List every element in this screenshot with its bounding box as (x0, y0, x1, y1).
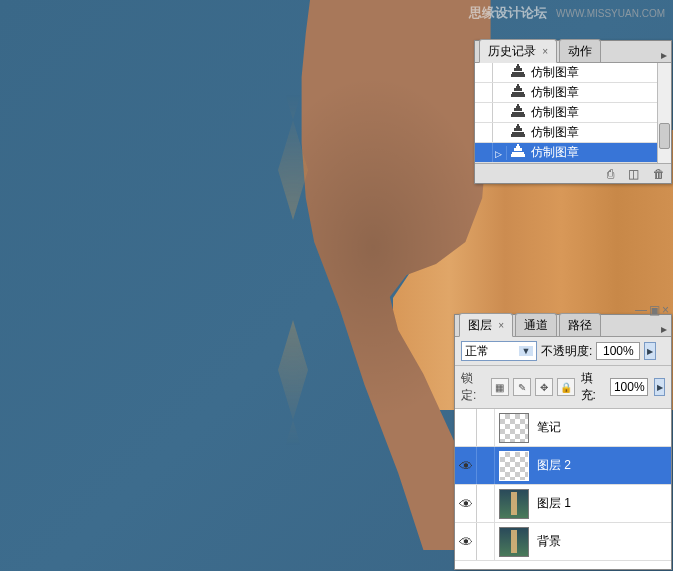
layer-link-cell[interactable] (477, 447, 495, 484)
lock-all-button[interactable]: 🔒 (557, 378, 575, 396)
history-snapshot-cell[interactable] (475, 103, 493, 122)
tab-layers[interactable]: 图层 × (459, 313, 513, 337)
history-item[interactable]: ▷ 仿制图章 (475, 143, 671, 163)
layers-controls-row-1: 正常 ▼ 不透明度: 100% ▶ (455, 337, 671, 366)
watermark-url: WWW.MISSYUAN.COM (556, 8, 665, 19)
layer-name[interactable]: 图层 2 (533, 457, 671, 474)
clone-stamp-icon (507, 144, 529, 161)
clone-stamp-icon (507, 84, 529, 101)
history-panel-tabs: 历史记录 × 动作 ▸ (475, 41, 671, 63)
history-item-label: 仿制图章 (529, 124, 671, 141)
maximize-icon[interactable]: ▣ (649, 303, 660, 317)
history-item[interactable]: 仿制图章 (475, 103, 671, 123)
history-brush-cell[interactable]: ▷ (493, 146, 507, 160)
panel-window-buttons: — ▣ × (635, 303, 669, 317)
history-item-label: 仿制图章 (529, 84, 671, 101)
layer-visibility-toggle[interactable]: 👁 (455, 485, 477, 522)
layer-list: 笔记 👁 图层 2 👁 图层 1 👁 背景 (455, 409, 671, 569)
blend-mode-select[interactable]: 正常 ▼ (461, 341, 537, 361)
chevron-down-icon: ▼ (519, 346, 533, 356)
layer-thumbnail[interactable] (499, 451, 529, 481)
layer-name[interactable]: 笔记 (533, 419, 671, 436)
history-list: 仿制图章 仿制图章 仿制图章 仿制图章 ▷ 仿制图章 (475, 63, 671, 163)
opacity-arrow-icon[interactable]: ▶ (644, 342, 656, 360)
layer-row[interactable]: 笔记 (455, 409, 671, 447)
tab-label: 动作 (568, 44, 592, 58)
history-current-pointer-icon: ▷ (495, 149, 502, 159)
layers-controls-row-2: 锁定: ▦ ✎ ✥ 🔒 填充: 100% ▶ (455, 366, 671, 409)
history-item-label: 仿制图章 (529, 64, 671, 81)
lock-buttons: ▦ ✎ ✥ 🔒 (491, 378, 575, 396)
layer-row[interactable]: 👁 图层 1 (455, 485, 671, 523)
history-item-label: 仿制图章 (529, 144, 671, 161)
opacity-input[interactable]: 100% (596, 342, 640, 360)
tab-label: 路径 (568, 318, 592, 332)
tab-label: 图层 (468, 318, 492, 332)
history-snapshot-cell[interactable] (475, 143, 493, 162)
history-snapshot-cell[interactable] (475, 63, 493, 82)
fill-arrow-icon[interactable]: ▶ (654, 378, 665, 396)
layers-panel-tabs: 图层 × 通道 路径 ▸ (455, 315, 671, 337)
panel-menu-icon[interactable]: ▸ (661, 322, 667, 336)
lock-label: 锁定: (461, 370, 485, 404)
fill-label: 填充: (581, 370, 605, 404)
lock-pixels-button[interactable]: ✎ (513, 378, 531, 396)
tab-label: 通道 (524, 318, 548, 332)
layer-row[interactable]: 👁 图层 2 (455, 447, 671, 485)
close-icon[interactable]: × (542, 46, 548, 57)
history-item[interactable]: 仿制图章 (475, 123, 671, 143)
history-item-label: 仿制图章 (529, 104, 671, 121)
history-item[interactable]: 仿制图章 (475, 83, 671, 103)
layer-thumbnail[interactable] (499, 413, 529, 443)
clone-stamp-icon (507, 64, 529, 81)
layer-name[interactable]: 图层 1 (533, 495, 671, 512)
close-icon[interactable]: × (662, 303, 669, 317)
fill-input[interactable]: 100% (610, 378, 648, 396)
layers-panel: — ▣ × 图层 × 通道 路径 ▸ 正常 ▼ 不透明度: 100% ▶ 锁定:… (454, 314, 672, 570)
layer-name[interactable]: 背景 (533, 533, 671, 550)
tab-actions[interactable]: 动作 (559, 39, 601, 62)
close-icon[interactable]: × (498, 320, 504, 331)
layer-visibility-toggle[interactable]: 👁 (455, 523, 477, 560)
tab-label: 历史记录 (488, 44, 536, 58)
watermark: 思缘设计论坛 WWW.MISSYUAN.COM (469, 4, 665, 22)
minimize-icon[interactable]: — (635, 303, 647, 317)
panel-menu-icon[interactable]: ▸ (661, 48, 667, 62)
history-item[interactable]: 仿制图章 (475, 63, 671, 83)
history-panel: 历史记录 × 动作 ▸ 仿制图章 仿制图章 仿制图章 (474, 40, 672, 184)
blend-mode-value: 正常 (465, 343, 489, 360)
layer-visibility-toggle[interactable]: 👁 (455, 447, 477, 484)
layer-link-cell[interactable] (477, 485, 495, 522)
clone-stamp-icon (507, 104, 529, 121)
history-snapshot-cell[interactable] (475, 123, 493, 142)
layer-visibility-toggle[interactable] (455, 409, 477, 446)
layer-thumbnail[interactable] (499, 527, 529, 557)
scrollbar-thumb[interactable] (659, 123, 670, 149)
lock-position-button[interactable]: ✥ (535, 378, 553, 396)
layer-link-cell[interactable] (477, 409, 495, 446)
layer-thumbnail[interactable] (499, 489, 529, 519)
new-snapshot-icon[interactable]: ⎙ (607, 167, 614, 181)
lock-transparency-button[interactable]: ▦ (491, 378, 509, 396)
layer-row[interactable]: 👁 背景 (455, 523, 671, 561)
opacity-label: 不透明度: (541, 343, 592, 360)
watermark-title: 思缘设计论坛 (469, 5, 547, 20)
tab-history[interactable]: 历史记录 × (479, 39, 557, 63)
clone-stamp-icon (507, 124, 529, 141)
history-scrollbar[interactable] (657, 63, 671, 163)
history-snapshot-cell[interactable] (475, 83, 493, 102)
tab-channels[interactable]: 通道 (515, 313, 557, 336)
new-document-icon[interactable]: ◫ (628, 167, 639, 181)
tab-paths[interactable]: 路径 (559, 313, 601, 336)
trash-icon[interactable]: 🗑 (653, 167, 665, 181)
layer-link-cell[interactable] (477, 523, 495, 560)
history-footer: ⎙ ◫ 🗑 (475, 163, 671, 183)
